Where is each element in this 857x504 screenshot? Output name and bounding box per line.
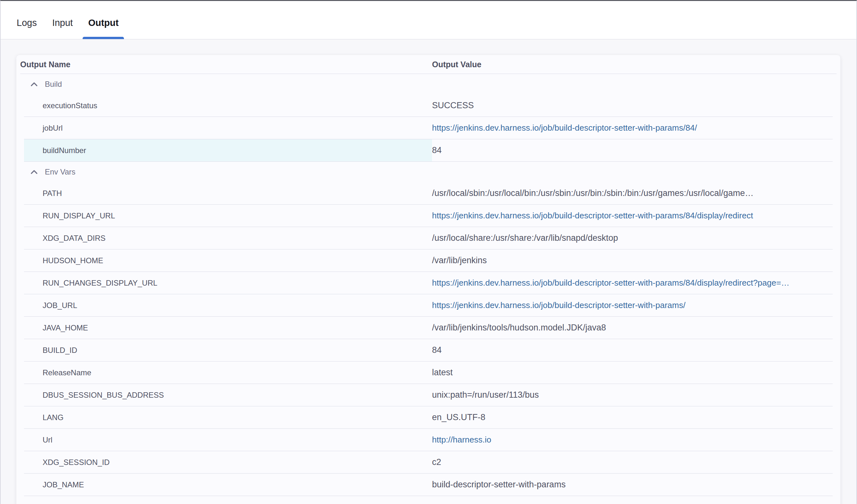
table-header-row: Output Name Output Value [20,55,837,74]
table-row: RUN_DISPLAY_URL https://jenkins.dev.harn… [24,205,833,227]
output-name-cell[interactable]: XDG_SESSION_ID [24,451,432,473]
section-header-build[interactable]: Build [24,74,833,95]
column-header-output-value: Output Value [432,60,837,69]
table-row: XDG_SESSION_ID c2 [24,451,833,474]
output-name-cell[interactable]: JOB_NAME [24,474,432,496]
table-row: LANG en_US.UTF-8 [24,406,833,429]
table-row: ReleaseName latest [24,362,833,384]
output-value-cell: SUCCESS [432,95,833,117]
tab-input[interactable]: Input [52,18,73,39]
output-value-cell: c2 [432,451,833,473]
output-value-cell: en_US.UTF-8 [432,406,833,429]
output-name-cell[interactable]: BUILD_ID [24,339,432,361]
output-name-cell[interactable]: RUN_CHANGES_DISPLAY_URL [24,272,432,294]
output-panel: Output Name Output Value Build execution… [1,39,856,504]
tab-output[interactable]: Output [88,18,118,39]
table-row: buildNumber 84 [24,139,833,162]
output-value-link[interactable]: http://harness.io [432,429,833,451]
section-header-env-vars[interactable]: Env Vars [24,162,833,182]
active-tab-underline [83,37,124,39]
table-row: XDG_DATA_DIRS /usr/local/share:/usr/shar… [24,227,833,249]
output-value-cell: 84 [432,139,833,162]
table-body: Build executionStatus SUCCESS jobUrl htt… [20,74,837,496]
table-row: BUILD_ID 84 [24,339,833,362]
output-name-cell[interactable]: Url [24,429,432,451]
output-name-cell[interactable]: LANG [24,406,432,429]
output-name-cell[interactable]: DBUS_SESSION_BUS_ADDRESS [24,384,432,406]
tab-bar: Logs Input Output [1,1,856,39]
output-name-cell[interactable]: buildNumber [24,139,432,162]
output-name-cell[interactable]: RUN_DISPLAY_URL [24,205,432,227]
tab-logs[interactable]: Logs [17,18,37,39]
output-table-card: Output Name Output Value Build execution… [16,55,840,504]
output-value-cell: latest [432,362,833,384]
output-value-link[interactable]: https://jenkins.dev.harness.io/job/build… [432,272,833,294]
table-row: JOB_NAME build-descriptor-setter-with-pa… [24,474,833,496]
output-name-cell[interactable]: executionStatus [24,95,432,117]
column-header-output-name: Output Name [20,60,432,69]
table-row: RUN_CHANGES_DISPLAY_URL https://jenkins.… [24,272,833,294]
table-row: PATH /usr/local/sbin:/usr/local/bin:/usr… [24,182,833,205]
table-row: executionStatus SUCCESS [24,95,833,117]
output-value-cell: /usr/local/share:/usr/share:/var/lib/sna… [432,227,833,249]
table-row: Url http://harness.io [24,429,833,451]
output-value-link[interactable]: https://jenkins.dev.harness.io/job/build… [432,294,833,316]
section-label: Build [45,80,62,89]
section-label: Env Vars [45,167,75,177]
output-value-cell: unix:path=/run/user/113/bus [432,384,833,406]
output-name-cell[interactable]: XDG_DATA_DIRS [24,227,432,249]
output-value-cell: /usr/local/sbin:/usr/local/bin:/usr/sbin… [432,182,833,204]
output-name-cell[interactable]: JOB_URL [24,294,432,316]
output-value-cell: 84 [432,339,833,361]
tab-output-label: Output [88,18,118,28]
output-value-cell: /var/lib/jenkins/tools/hudson.model.JDK/… [432,317,833,339]
chevron-up-icon[interactable] [30,82,38,86]
output-value-cell: /var/lib/jenkins [432,249,833,271]
table-row: JOB_URL https://jenkins.dev.harness.io/j… [24,294,833,317]
output-name-cell[interactable]: ReleaseName [24,362,432,384]
table-row: DBUS_SESSION_BUS_ADDRESS unix:path=/run/… [24,384,833,406]
output-name-cell[interactable]: PATH [24,182,432,204]
output-name-cell[interactable]: HUDSON_HOME [24,249,432,271]
chevron-up-icon[interactable] [30,170,38,174]
output-name-cell[interactable]: JAVA_HOME [24,317,432,339]
output-value-cell: build-descriptor-setter-with-params [432,474,833,496]
table-row: HUDSON_HOME /var/lib/jenkins [24,249,833,272]
output-value-link[interactable]: https://jenkins.dev.harness.io/job/build… [432,117,833,139]
output-value-link[interactable]: https://jenkins.dev.harness.io/job/build… [432,205,833,227]
table-row: jobUrl https://jenkins.dev.harness.io/jo… [24,117,833,139]
output-name-cell[interactable]: jobUrl [24,117,432,139]
table-row: JAVA_HOME /var/lib/jenkins/tools/hudson.… [24,317,833,339]
